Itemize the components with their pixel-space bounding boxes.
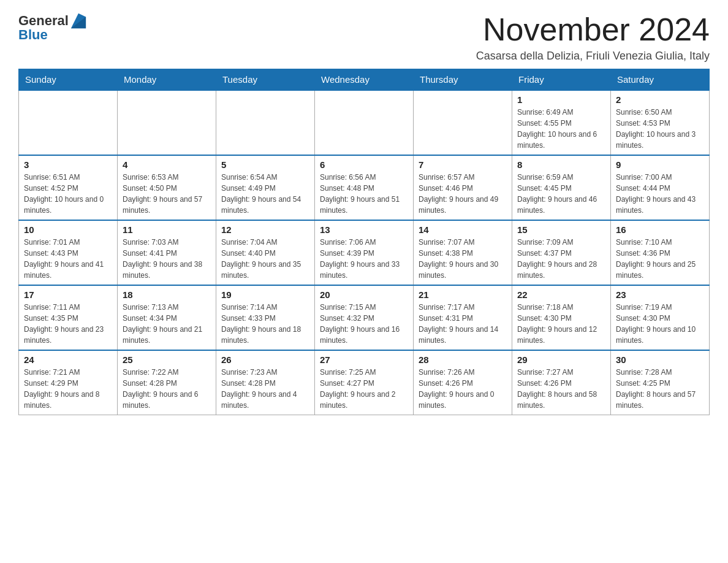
calendar-week-row: 24Sunrise: 7:21 AMSunset: 4:29 PMDayligh… <box>19 350 710 415</box>
calendar-cell: 23Sunrise: 7:19 AMSunset: 4:30 PMDayligh… <box>611 285 710 350</box>
calendar-cell: 27Sunrise: 7:25 AMSunset: 4:27 PMDayligh… <box>315 350 414 415</box>
day-info: Sunrise: 6:54 AMSunset: 4:49 PMDaylight:… <box>221 172 309 216</box>
calendar-cell: 21Sunrise: 7:17 AMSunset: 4:31 PMDayligh… <box>414 285 512 350</box>
title-section: November 2024 Casarsa della Delizia, Fri… <box>476 12 710 63</box>
calendar-cell: 11Sunrise: 7:03 AMSunset: 4:41 PMDayligh… <box>118 220 216 285</box>
calendar-cell: 14Sunrise: 7:07 AMSunset: 4:38 PMDayligh… <box>414 220 512 285</box>
day-number: 12 <box>221 224 309 235</box>
calendar-cell <box>118 90 216 155</box>
calendar-header-row: SundayMondayTuesdayWednesdayThursdayFrid… <box>19 69 710 91</box>
day-info: Sunrise: 7:04 AMSunset: 4:40 PMDaylight:… <box>221 237 309 281</box>
month-title: November 2024 <box>476 12 710 47</box>
day-number: 15 <box>517 224 605 235</box>
day-number: 6 <box>320 159 408 170</box>
day-info: Sunrise: 6:51 AMSunset: 4:52 PMDaylight:… <box>24 172 112 216</box>
day-number: 3 <box>24 159 112 170</box>
day-info: Sunrise: 7:21 AMSunset: 4:29 PMDaylight:… <box>24 367 112 411</box>
calendar-cell: 26Sunrise: 7:23 AMSunset: 4:28 PMDayligh… <box>216 350 315 415</box>
day-number: 10 <box>24 224 112 235</box>
day-info: Sunrise: 6:56 AMSunset: 4:48 PMDaylight:… <box>320 172 408 216</box>
day-number: 5 <box>221 159 309 170</box>
day-info: Sunrise: 6:59 AMSunset: 4:45 PMDaylight:… <box>517 172 605 216</box>
day-number: 2 <box>616 94 704 105</box>
day-number: 1 <box>517 94 605 105</box>
calendar-cell <box>19 90 118 155</box>
day-number: 18 <box>123 289 211 300</box>
calendar-cell: 17Sunrise: 7:11 AMSunset: 4:35 PMDayligh… <box>19 285 118 350</box>
calendar-cell: 9Sunrise: 7:00 AMSunset: 4:44 PMDaylight… <box>611 155 710 220</box>
day-info: Sunrise: 7:26 AMSunset: 4:26 PMDaylight:… <box>419 367 507 411</box>
day-number: 20 <box>320 289 408 300</box>
column-header-thursday: Thursday <box>414 69 512 91</box>
day-number: 24 <box>24 354 112 365</box>
day-info: Sunrise: 7:15 AMSunset: 4:32 PMDaylight:… <box>320 302 408 346</box>
day-number: 17 <box>24 289 112 300</box>
day-number: 11 <box>123 224 211 235</box>
calendar-cell: 10Sunrise: 7:01 AMSunset: 4:43 PMDayligh… <box>19 220 118 285</box>
day-info: Sunrise: 6:50 AMSunset: 4:53 PMDaylight:… <box>616 107 704 151</box>
day-info: Sunrise: 7:19 AMSunset: 4:30 PMDaylight:… <box>616 302 704 346</box>
calendar-week-row: 1Sunrise: 6:49 AMSunset: 4:55 PMDaylight… <box>19 90 710 155</box>
calendar-cell: 15Sunrise: 7:09 AMSunset: 4:37 PMDayligh… <box>512 220 611 285</box>
day-number: 16 <box>616 224 704 235</box>
logo-blue-text: Blue <box>18 27 48 43</box>
day-info: Sunrise: 7:18 AMSunset: 4:30 PMDaylight:… <box>517 302 605 346</box>
calendar-cell: 18Sunrise: 7:13 AMSunset: 4:34 PMDayligh… <box>118 285 216 350</box>
calendar-table: SundayMondayTuesdayWednesdayThursdayFrid… <box>18 69 710 415</box>
column-header-wednesday: Wednesday <box>315 69 414 91</box>
calendar-cell: 16Sunrise: 7:10 AMSunset: 4:36 PMDayligh… <box>611 220 710 285</box>
day-info: Sunrise: 7:06 AMSunset: 4:39 PMDaylight:… <box>320 237 408 281</box>
column-header-friday: Friday <box>512 69 611 91</box>
calendar-cell: 1Sunrise: 6:49 AMSunset: 4:55 PMDaylight… <box>512 90 611 155</box>
day-info: Sunrise: 7:28 AMSunset: 4:25 PMDaylight:… <box>616 367 704 411</box>
column-header-saturday: Saturday <box>611 69 710 91</box>
day-info: Sunrise: 7:10 AMSunset: 4:36 PMDaylight:… <box>616 237 704 281</box>
calendar-cell: 19Sunrise: 7:14 AMSunset: 4:33 PMDayligh… <box>216 285 315 350</box>
day-number: 25 <box>123 354 211 365</box>
day-info: Sunrise: 7:01 AMSunset: 4:43 PMDaylight:… <box>24 237 112 281</box>
calendar-cell: 30Sunrise: 7:28 AMSunset: 4:25 PMDayligh… <box>611 350 710 415</box>
day-info: Sunrise: 6:49 AMSunset: 4:55 PMDaylight:… <box>517 107 605 151</box>
calendar-cell: 12Sunrise: 7:04 AMSunset: 4:40 PMDayligh… <box>216 220 315 285</box>
day-info: Sunrise: 7:23 AMSunset: 4:28 PMDaylight:… <box>221 367 309 411</box>
day-number: 14 <box>419 224 507 235</box>
day-info: Sunrise: 7:22 AMSunset: 4:28 PMDaylight:… <box>123 367 211 411</box>
day-number: 13 <box>320 224 408 235</box>
day-info: Sunrise: 7:25 AMSunset: 4:27 PMDaylight:… <box>320 367 408 411</box>
calendar-cell: 6Sunrise: 6:56 AMSunset: 4:48 PMDaylight… <box>315 155 414 220</box>
day-info: Sunrise: 7:11 AMSunset: 4:35 PMDaylight:… <box>24 302 112 346</box>
calendar-cell: 7Sunrise: 6:57 AMSunset: 4:46 PMDaylight… <box>414 155 512 220</box>
calendar-cell: 22Sunrise: 7:18 AMSunset: 4:30 PMDayligh… <box>512 285 611 350</box>
day-info: Sunrise: 7:07 AMSunset: 4:38 PMDaylight:… <box>419 237 507 281</box>
day-info: Sunrise: 7:00 AMSunset: 4:44 PMDaylight:… <box>616 172 704 216</box>
day-number: 27 <box>320 354 408 365</box>
day-info: Sunrise: 7:13 AMSunset: 4:34 PMDaylight:… <box>123 302 211 346</box>
calendar-cell <box>414 90 512 155</box>
calendar-cell: 29Sunrise: 7:27 AMSunset: 4:26 PMDayligh… <box>512 350 611 415</box>
logo: General Blue <box>18 12 87 43</box>
day-number: 22 <box>517 289 605 300</box>
day-number: 7 <box>419 159 507 170</box>
day-info: Sunrise: 7:14 AMSunset: 4:33 PMDaylight:… <box>221 302 309 346</box>
calendar-cell: 5Sunrise: 6:54 AMSunset: 4:49 PMDaylight… <box>216 155 315 220</box>
day-number: 8 <box>517 159 605 170</box>
day-number: 4 <box>123 159 211 170</box>
calendar-cell: 3Sunrise: 6:51 AMSunset: 4:52 PMDaylight… <box>19 155 118 220</box>
calendar-cell: 13Sunrise: 7:06 AMSunset: 4:39 PMDayligh… <box>315 220 414 285</box>
day-number: 30 <box>616 354 704 365</box>
day-info: Sunrise: 6:57 AMSunset: 4:46 PMDaylight:… <box>419 172 507 216</box>
location-subtitle: Casarsa della Delizia, Friuli Venezia Gi… <box>476 50 710 63</box>
day-info: Sunrise: 7:27 AMSunset: 4:26 PMDaylight:… <box>517 367 605 411</box>
column-header-tuesday: Tuesday <box>216 69 315 91</box>
day-number: 26 <box>221 354 309 365</box>
column-header-sunday: Sunday <box>19 69 118 91</box>
calendar-cell: 8Sunrise: 6:59 AMSunset: 4:45 PMDaylight… <box>512 155 611 220</box>
day-number: 9 <box>616 159 704 170</box>
calendar-week-row: 3Sunrise: 6:51 AMSunset: 4:52 PMDaylight… <box>19 155 710 220</box>
calendar-cell: 28Sunrise: 7:26 AMSunset: 4:26 PMDayligh… <box>414 350 512 415</box>
day-number: 23 <box>616 289 704 300</box>
calendar-cell: 2Sunrise: 6:50 AMSunset: 4:53 PMDaylight… <box>611 90 710 155</box>
page-header: General Blue November 2024 Casarsa della… <box>18 12 710 63</box>
calendar-week-row: 10Sunrise: 7:01 AMSunset: 4:43 PMDayligh… <box>19 220 710 285</box>
calendar-cell: 20Sunrise: 7:15 AMSunset: 4:32 PMDayligh… <box>315 285 414 350</box>
